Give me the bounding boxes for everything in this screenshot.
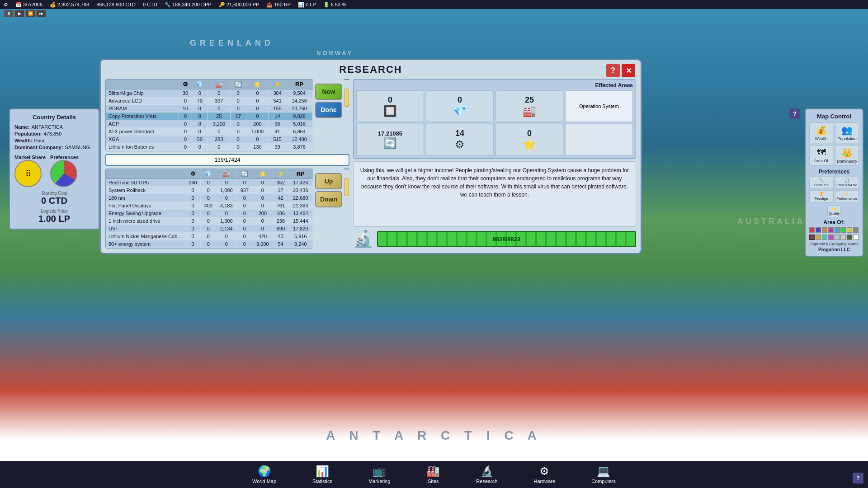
play-button[interactable]: ▶ xyxy=(14,10,24,17)
row-name: ATX power Standard xyxy=(106,128,179,136)
research-nav[interactable]: 🔬 Research xyxy=(476,465,497,484)
table-row[interactable]: Lithium Nickel Manganese Cobalt Oxide Ba… xyxy=(106,233,313,240)
market-share-label: Market Share xyxy=(14,155,46,160)
row-name: Copy Protection Virus xyxy=(106,113,179,120)
features-label: Features xyxy=(814,183,829,187)
name-label: Name: xyxy=(14,124,30,130)
area-color-lightblue[interactable] xyxy=(835,235,840,240)
world-map-nav[interactable]: 🌍 World Map xyxy=(252,465,276,484)
sites-nav[interactable]: 🏭 Sites xyxy=(426,465,440,484)
statistics-icon: 📊 xyxy=(316,465,329,478)
australia-label: AUSTRALIA xyxy=(737,217,805,226)
area-color-orange[interactable] xyxy=(822,227,827,233)
statistics-nav[interactable]: 📊 Statistics xyxy=(312,465,332,484)
done-button[interactable]: Done xyxy=(315,102,342,118)
effects-title: Effected Areas xyxy=(356,82,633,89)
area-color-yellow[interactable] xyxy=(847,227,852,233)
population-map-button[interactable]: 👥 Population xyxy=(835,122,859,143)
percent-display: 🔋 6.53 % xyxy=(323,2,346,8)
bot-th-name xyxy=(106,169,185,179)
table-row[interactable]: 1 inch micro sized drive 0 0 1,300 0 0 2… xyxy=(106,217,313,225)
dominancy-map-button[interactable]: 👑 Dominancy xyxy=(835,145,859,166)
ctd2-display: 0 CTD xyxy=(143,2,157,7)
quality-label: Quality xyxy=(829,211,840,216)
table-row[interactable]: AGP 0 0 3,200 0 200 36 5,016 xyxy=(106,120,313,128)
table-row[interactable]: 80+ energy system 0 0 0 0 3,000 54 9,240 xyxy=(106,240,313,248)
table-row[interactable]: System Rollback 0 0 1,000 937 0 27 23,43… xyxy=(106,187,313,194)
area-color-cyan[interactable] xyxy=(835,227,840,233)
table-row[interactable]: Advanced LCD 0 70 397 0 0 541 14,256 xyxy=(106,97,313,105)
bottom-help-button[interactable]: ? xyxy=(853,473,863,483)
hardware-nav[interactable]: ⚙ Hardware xyxy=(533,465,555,484)
table-row[interactable]: Copy Protection Virus 0 0 25 17 0 14 9,8… xyxy=(106,113,313,120)
effects-grid: 0 🔲 0 💎 25 🏭 Operation System xyxy=(356,90,633,155)
research-progress-section: 🔬 9828/9823 xyxy=(353,230,636,249)
map-help-icon[interactable]: ? xyxy=(789,108,800,119)
settings-icon[interactable]: ⚙ xyxy=(4,2,8,8)
search-input[interactable] xyxy=(105,154,349,166)
effect-cell-star: 0 ⭐ xyxy=(495,124,563,155)
computers-label: Computers xyxy=(591,479,616,484)
features-icon: 🔧 xyxy=(819,178,824,183)
table-row[interactable]: BlitterMiga Chip 30 0 0 0 0 304 9,504 xyxy=(106,89,313,97)
area-color-tan[interactable] xyxy=(816,235,821,240)
new-button[interactable]: New xyxy=(315,84,342,100)
top-th-diamond: 💎 xyxy=(192,80,208,89)
area-color-white[interactable] xyxy=(853,235,859,240)
bottom-action-buttons: Up Down xyxy=(315,169,342,207)
up-button[interactable]: Up xyxy=(315,173,342,189)
performance-pref-button[interactable]: ⚡ Performance xyxy=(835,190,859,202)
hardware-icon: ⚙ xyxy=(539,465,549,478)
row-name: RealTime 3D GPU xyxy=(106,179,185,187)
wealth-map-button[interactable]: 💰 Wealth xyxy=(809,122,833,143)
population-icon: 👥 xyxy=(841,125,853,136)
table-row[interactable]: ATX power Standard 0 0 0 0 1,000 41 6,86… xyxy=(106,128,313,136)
table-row[interactable]: RealTime 3D GPU 240 0 0 0 0 352 17,424 xyxy=(106,179,313,187)
area-color-purple[interactable] xyxy=(828,227,834,233)
research-close-button[interactable]: ✕ xyxy=(622,64,635,77)
quality-pref-button[interactable]: ⭐ Quality xyxy=(827,205,841,217)
country-panel-title: Country Details xyxy=(14,114,94,121)
table-row[interactable]: DVI 0 0 2,134 0 0 690 17,820 xyxy=(106,225,313,233)
area-color-red[interactable] xyxy=(809,227,815,233)
research-left-panel: ⚙ 💎 🏭 🔄 ⭐ ⚡ RP BlitterMiga Chip 30 xyxy=(105,79,349,249)
area-color-teal[interactable] xyxy=(822,235,827,240)
table-row[interactable]: RDRAM 10 0 0 0 0 155 23,760 xyxy=(106,105,313,113)
area-color-gray[interactable] xyxy=(853,227,859,233)
prestige-pref-button[interactable]: 🏆 Prestige xyxy=(809,190,834,202)
starting-cost-label: Starting Cost xyxy=(14,191,94,196)
opsys-label: Operation System xyxy=(579,103,619,109)
pause-button[interactable]: ⏸ xyxy=(4,10,14,17)
ease-of-use-pref-button[interactable]: 🔄 Ease-Of-Use xyxy=(835,177,859,189)
area-of-map-button[interactable]: 🗺 Area Of xyxy=(809,145,833,166)
greenland-label: GREENLAND xyxy=(190,38,274,48)
features-pref-button[interactable]: 🔧 Features xyxy=(809,177,834,189)
row-name: 80+ energy system xyxy=(106,240,185,248)
table-row[interactable]: XGA 0 50 283 0 0 515 12,480 xyxy=(106,136,313,143)
area-color-blue[interactable] xyxy=(816,227,821,233)
research-help-button[interactable]: ? xyxy=(606,64,620,77)
research-progress-text: 9828/9823 xyxy=(493,236,520,243)
table-row[interactable]: Lithium Ion Batteries 0 0 0 0 130 39 3,8… xyxy=(106,143,313,151)
bottom-scrollbar[interactable] xyxy=(344,169,349,169)
computers-nav[interactable]: 💻 Computers xyxy=(591,465,616,484)
marketing-nav[interactable]: 📺 Marketing xyxy=(368,465,390,484)
bot-th-star: ⭐ xyxy=(252,169,273,179)
table-row[interactable]: Flat Panel Displays 0 400 4,183 0 0 761 … xyxy=(106,202,313,210)
row-name: AGP xyxy=(106,120,179,128)
area-color-darkgreen[interactable] xyxy=(847,235,852,240)
area-color-green[interactable] xyxy=(840,227,846,233)
fast-forward-button[interactable]: ⏩ xyxy=(25,10,35,17)
hardware-label: Hardware xyxy=(533,479,555,484)
area-color-lightgray[interactable] xyxy=(840,235,846,240)
table-row[interactable]: 180 nm 0 0 0 0 0 42 22,680 xyxy=(106,194,313,202)
area-color-magenta[interactable] xyxy=(828,235,834,240)
table-row[interactable]: Energy Saving Upgrade 0 0 0 0 200 186 13… xyxy=(106,210,313,217)
down-button[interactable]: Down xyxy=(315,191,342,207)
logistic-price-value: 1.00 LP xyxy=(14,214,94,224)
skip-button[interactable]: ⏭ xyxy=(36,10,46,17)
area-of-label: Area Of xyxy=(814,159,828,163)
top-scrollbar[interactable] xyxy=(344,79,349,80)
area-color-selected[interactable] xyxy=(809,235,815,240)
wealth-label: Wealth: xyxy=(14,138,33,143)
